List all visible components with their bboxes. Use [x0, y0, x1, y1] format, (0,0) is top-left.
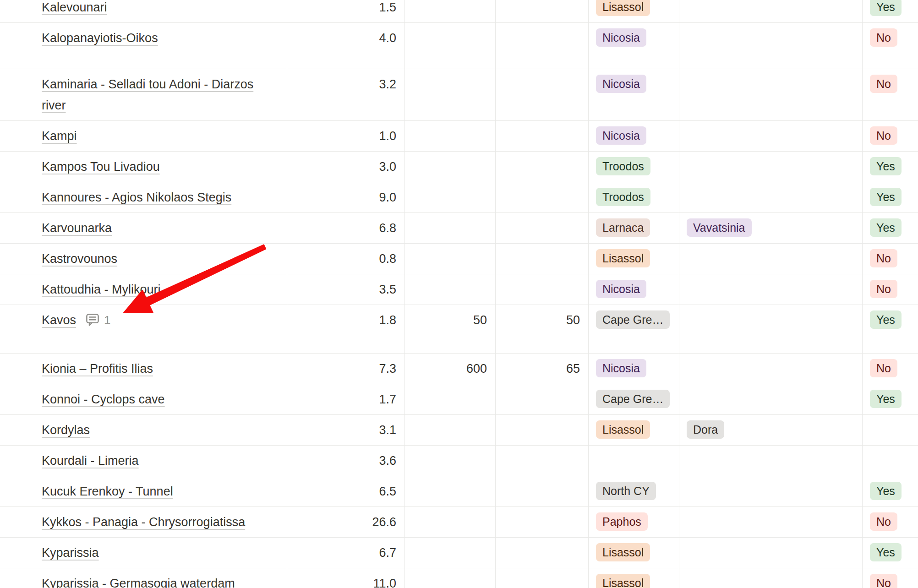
number-cell-3[interactable]	[496, 182, 589, 212]
village-cell[interactable]	[679, 0, 863, 22]
number-cell-1[interactable]: 11.0	[287, 568, 405, 588]
number-cell-1[interactable]: 3.5	[287, 274, 405, 305]
trail-name-link[interactable]: Karvounarka	[42, 221, 112, 235]
number-cell-3[interactable]: 65	[496, 354, 589, 384]
region-cell[interactable]: Cape Gre…	[589, 384, 679, 414]
name-cell[interactable]: Kyparissia	[0, 538, 287, 568]
trail-name-link[interactable]: Kyparissia	[42, 546, 99, 560]
village-cell[interactable]	[679, 244, 863, 274]
number-cell-2[interactable]	[405, 568, 496, 588]
number-cell-1[interactable]: 3.2	[287, 69, 405, 120]
number-cell-1[interactable]: 7.3	[287, 354, 405, 384]
village-cell[interactable]	[679, 507, 863, 537]
number-cell-3[interactable]	[496, 446, 589, 476]
number-cell-2[interactable]	[405, 69, 496, 120]
number-cell-3[interactable]: 50	[496, 305, 589, 353]
number-cell-2[interactable]	[405, 274, 496, 305]
region-cell[interactable]: Lisassol	[589, 538, 679, 568]
number-cell-2[interactable]	[405, 0, 496, 22]
trail-name-link[interactable]: Kavos	[42, 313, 76, 327]
number-cell-2[interactable]	[405, 152, 496, 182]
trail-name-link[interactable]: Konnoi - Cyclops cave	[42, 392, 165, 406]
region-cell[interactable]: Lisassol	[589, 244, 679, 274]
number-cell-2[interactable]	[405, 23, 496, 69]
region-cell[interactable]: Nicosia	[589, 121, 679, 151]
trail-name-link[interactable]: Kucuk Erenkoy - Tunnel	[42, 485, 173, 498]
status-cell[interactable]: No	[863, 69, 918, 120]
region-cell[interactable]: Nicosia	[589, 354, 679, 384]
status-cell[interactable]: Yes	[863, 538, 918, 568]
trail-name-link[interactable]: Kalevounari	[42, 0, 107, 14]
number-cell-3[interactable]	[496, 538, 589, 568]
village-cell[interactable]	[679, 384, 863, 414]
village-cell[interactable]: Vavatsinia	[679, 213, 863, 243]
trail-name-link[interactable]: Kourdali - Limeria	[42, 454, 139, 468]
number-cell-3[interactable]	[496, 507, 589, 537]
region-cell[interactable]: Nicosia	[589, 23, 679, 69]
region-cell[interactable]: Larnaca	[589, 213, 679, 243]
number-cell-3[interactable]	[496, 244, 589, 274]
village-cell[interactable]	[679, 121, 863, 151]
number-cell-3[interactable]	[496, 476, 589, 506]
region-cell[interactable]: Troodos	[589, 182, 679, 212]
region-cell[interactable]	[589, 446, 679, 476]
number-cell-2[interactable]	[405, 415, 496, 445]
number-cell-3[interactable]	[496, 415, 589, 445]
number-cell-2[interactable]	[405, 446, 496, 476]
region-cell[interactable]: Paphos	[589, 507, 679, 537]
region-cell[interactable]: Nicosia	[589, 69, 679, 120]
number-cell-3[interactable]	[496, 23, 589, 69]
number-cell-2[interactable]	[405, 182, 496, 212]
number-cell-2[interactable]	[405, 121, 496, 151]
village-cell[interactable]	[679, 538, 863, 568]
number-cell-1[interactable]: 3.1	[287, 415, 405, 445]
village-cell[interactable]	[679, 274, 863, 305]
trail-name-link[interactable]: Kalopanayiotis-Oikos	[42, 31, 158, 45]
number-cell-3[interactable]	[496, 384, 589, 414]
trail-name-link[interactable]: Kyparissia - Germasogia waterdam	[42, 577, 235, 588]
number-cell-1[interactable]: 1.5	[287, 0, 405, 22]
trail-name-link[interactable]: Kionia – Profitis Ilias	[42, 362, 153, 376]
status-cell[interactable]: Yes	[863, 476, 918, 506]
name-cell[interactable]: Kalevounari	[0, 0, 287, 22]
number-cell-2[interactable]	[405, 476, 496, 506]
number-cell-1[interactable]: 6.7	[287, 538, 405, 568]
status-cell[interactable]: No	[863, 568, 918, 588]
trail-name-link[interactable]: Kastrovounos	[42, 252, 117, 266]
trail-name-link[interactable]: Kykkos - Panagia - Chrysorrogiatissa	[42, 515, 245, 529]
village-cell[interactable]	[679, 568, 863, 588]
trail-name-link[interactable]: Kannoures - Agios Nikolaos Stegis	[42, 191, 231, 204]
name-cell[interactable]: Karvounarka	[0, 213, 287, 243]
name-cell[interactable]: Kannoures - Agios Nikolaos Stegis	[0, 182, 287, 212]
number-cell-3[interactable]	[496, 568, 589, 588]
name-cell[interactable]: Kourdali - Limeria	[0, 446, 287, 476]
status-cell[interactable]: No	[863, 354, 918, 384]
status-cell[interactable]	[863, 415, 918, 445]
village-cell[interactable]	[679, 182, 863, 212]
village-cell[interactable]	[679, 23, 863, 69]
trail-name-link[interactable]: Kaminaria - Selladi tou Adoni - Diarzos …	[42, 77, 253, 112]
village-cell[interactable]	[679, 152, 863, 182]
number-cell-3[interactable]	[496, 121, 589, 151]
name-cell[interactable]: Kyparissia - Germasogia waterdam	[0, 568, 287, 588]
number-cell-2[interactable]	[405, 244, 496, 274]
number-cell-1[interactable]: 1.7	[287, 384, 405, 414]
region-cell[interactable]: North CY	[589, 476, 679, 506]
number-cell-2[interactable]	[405, 213, 496, 243]
number-cell-2[interactable]	[405, 384, 496, 414]
status-cell[interactable]: Yes	[863, 152, 918, 182]
number-cell-1[interactable]: 3.0	[287, 152, 405, 182]
number-cell-1[interactable]: 6.5	[287, 476, 405, 506]
number-cell-1[interactable]: 26.6	[287, 507, 405, 537]
region-cell[interactable]: Lisassol	[589, 0, 679, 22]
status-cell[interactable]: No	[863, 121, 918, 151]
status-cell[interactable]: No	[863, 244, 918, 274]
trail-name-link[interactable]: Kampi	[42, 129, 77, 143]
status-cell[interactable]: No	[863, 274, 918, 305]
number-cell-2[interactable]	[405, 538, 496, 568]
name-cell[interactable]: Kastrovounos	[0, 244, 287, 274]
number-cell-1[interactable]: 0.8	[287, 244, 405, 274]
status-cell[interactable]: Yes	[863, 213, 918, 243]
village-cell[interactable]	[679, 69, 863, 120]
number-cell-1[interactable]: 3.6	[287, 446, 405, 476]
